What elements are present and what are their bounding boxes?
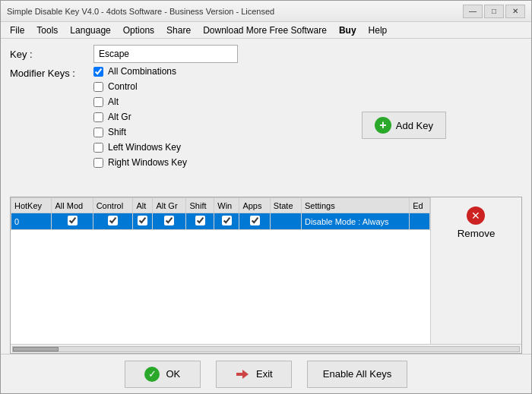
- col-settings: Settings: [301, 198, 409, 213]
- col-state: State: [270, 198, 301, 213]
- menu-download[interactable]: Download More Free Software: [197, 24, 333, 37]
- modifier-alt[interactable]: Alt: [93, 96, 187, 107]
- col-control: Control: [93, 198, 133, 213]
- table-row[interactable]: 0 Disable Mode : Always: [11, 213, 430, 230]
- modifier-left-windows-label: Left Windows Key: [108, 142, 181, 153]
- check-control[interactable]: [108, 216, 118, 225]
- menu-tools[interactable]: Tools: [30, 24, 64, 37]
- checkbox-alt[interactable]: [93, 97, 103, 107]
- hotkey-table: HotKey All Mod Control Alt Alt Gr Shift …: [11, 197, 430, 230]
- check-alt[interactable]: [138, 216, 147, 225]
- modifier-altgr-label: Alt Gr: [108, 112, 131, 122]
- col-shift: Shift: [186, 198, 214, 213]
- ok-button[interactable]: ✓ OK: [125, 361, 201, 388]
- check-allmod[interactable]: [68, 216, 78, 225]
- cell-apps: [239, 213, 270, 230]
- menu-language[interactable]: Language: [64, 24, 116, 37]
- exit-button[interactable]: Exit: [216, 361, 292, 388]
- modifier-control[interactable]: Control: [93, 81, 187, 92]
- modifier-left-windows[interactable]: Left Windows Key: [93, 142, 187, 153]
- col-allmod: All Mod: [52, 198, 93, 213]
- title-bar-controls: — □ ✕: [463, 5, 525, 18]
- modifier-options-list: All Combinations Control Alt Alt Gr: [93, 66, 187, 168]
- add-key-button[interactable]: + Add Key: [362, 112, 446, 139]
- check-altgr[interactable]: [164, 216, 174, 225]
- main-window: Simple Disable Key V4.0 - 4dots Software…: [0, 0, 532, 394]
- checkbox-control[interactable]: [93, 82, 103, 92]
- modifier-keys-label: Modifier Keys :: [10, 66, 86, 79]
- title-bar: Simple Disable Key V4.0 - 4dots Software…: [1, 1, 531, 22]
- menu-options[interactable]: Options: [117, 24, 160, 37]
- enable-all-keys-button[interactable]: Enable All Keys: [307, 361, 407, 388]
- checkbox-left-windows[interactable]: [93, 143, 103, 153]
- horizontal-scrollbar[interactable]: [11, 344, 521, 353]
- modifier-altgr[interactable]: Alt Gr: [93, 112, 187, 122]
- title-bar-text: Simple Disable Key V4.0 - 4dots Software…: [7, 7, 274, 16]
- modifier-shift[interactable]: Shift: [93, 127, 187, 137]
- scrollbar-track: [12, 346, 520, 352]
- key-row: Key :: [10, 45, 522, 63]
- modifier-alt-label: Alt: [108, 96, 119, 107]
- cell-state: [270, 213, 301, 230]
- add-icon: +: [375, 117, 391, 134]
- menu-file[interactable]: File: [4, 24, 30, 37]
- modifier-all-combinations-label: All Combinations: [108, 66, 176, 77]
- cell-control: [93, 213, 133, 230]
- svg-marker-1: [242, 370, 249, 379]
- menu-help[interactable]: Help: [363, 24, 394, 37]
- modifier-control-label: Control: [108, 81, 138, 92]
- check-win[interactable]: [222, 216, 232, 225]
- cell-hotkey: 0: [11, 213, 52, 230]
- remove-icon: ✕: [467, 206, 485, 225]
- table-wrapper: HotKey All Mod Control Alt Alt Gr Shift …: [11, 197, 521, 344]
- bottom-bar: ✓ OK Exit Enable All Keys: [1, 354, 531, 393]
- close-button[interactable]: ✕: [505, 5, 525, 18]
- check-shift[interactable]: [195, 216, 205, 225]
- modifier-all-combinations[interactable]: All Combinations: [93, 66, 187, 77]
- minimize-button[interactable]: —: [463, 5, 483, 18]
- modifier-right-windows[interactable]: Right Windows Key: [93, 157, 187, 168]
- cell-settings: Disable Mode : Always: [301, 213, 409, 230]
- menu-bar: File Tools Language Options Share Downlo…: [1, 22, 531, 39]
- table-section: HotKey All Mod Control Alt Alt Gr Shift …: [10, 197, 522, 354]
- check-apps[interactable]: [250, 216, 260, 225]
- enable-all-keys-label: Enable All Keys: [323, 368, 391, 380]
- table-inner[interactable]: HotKey All Mod Control Alt Alt Gr Shift …: [11, 197, 430, 344]
- exit-icon: [235, 367, 250, 382]
- cell-alt: [133, 213, 153, 230]
- checkbox-all-combinations[interactable]: [93, 67, 103, 77]
- col-hotkey: HotKey: [11, 198, 52, 213]
- menu-buy[interactable]: Buy: [333, 24, 363, 37]
- cell-ed: [410, 213, 430, 230]
- scrollbar-thumb[interactable]: [13, 347, 59, 351]
- upper-section: Key : Modifier Keys : All Combinations C…: [10, 45, 522, 197]
- remove-label: Remove: [458, 228, 496, 239]
- col-win: Win: [214, 198, 239, 213]
- main-area: Key : Modifier Keys : All Combinations C…: [1, 39, 531, 354]
- checkbox-altgr[interactable]: [93, 112, 103, 122]
- menu-share[interactable]: Share: [160, 24, 197, 37]
- table-side: ✕ Remove: [430, 197, 521, 344]
- cell-allmod: [52, 213, 93, 230]
- col-ed: Ed: [410, 198, 430, 213]
- ok-label: OK: [166, 368, 180, 380]
- modifier-right-windows-label: Right Windows Key: [108, 157, 187, 168]
- col-apps: Apps: [239, 198, 270, 213]
- add-key-label: Add Key: [396, 120, 433, 131]
- cell-altgr: [153, 213, 186, 230]
- col-alt: Alt: [133, 198, 153, 213]
- cell-win: [214, 213, 239, 230]
- exit-label: Exit: [256, 368, 273, 380]
- ok-icon: ✓: [144, 367, 160, 382]
- maximize-button[interactable]: □: [484, 5, 504, 18]
- col-altgr: Alt Gr: [153, 198, 186, 213]
- modifier-shift-label: Shift: [108, 127, 126, 137]
- checkbox-shift[interactable]: [93, 128, 103, 137]
- key-input[interactable]: [93, 45, 238, 63]
- cell-shift: [186, 213, 214, 230]
- checkbox-right-windows[interactable]: [93, 158, 103, 168]
- remove-button[interactable]: ✕ Remove: [458, 206, 496, 239]
- key-label: Key :: [10, 49, 86, 60]
